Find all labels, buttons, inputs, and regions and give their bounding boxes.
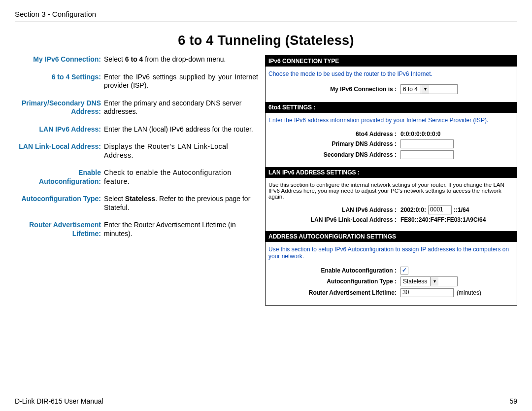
dropdown-value: 6 to 4 <box>403 86 418 93</box>
def-label-7: Autoconfiguration Type: <box>15 195 104 212</box>
label-6to4-address: 6to4 Address : <box>268 131 400 137</box>
input-primary-dns[interactable] <box>400 139 454 148</box>
input-secondary-dns[interactable] <box>400 150 454 159</box>
def-desc-3: Enter the primary and secondary DNS serv… <box>104 99 258 116</box>
input-lan-ipv6-subnet[interactable]: 0001 <box>428 206 452 214</box>
def-desc-4: Enter the LAN (local) IPv6 address for t… <box>104 125 258 134</box>
label-secondary-dns: Secondary DNS Address : <box>268 151 400 158</box>
page-title: 6 to 4 Tunneling (Stateless) <box>15 33 517 48</box>
bar-ipv6-conn-type: IPv6 CONNECTION TYPE <box>266 56 517 67</box>
label-lan-ipv6-address: LAN IPv6 Address : <box>268 206 400 213</box>
dropdown-ipv6-connection[interactable]: 6 to 4 ▾ <box>400 84 458 94</box>
footer-manual: D-Link DIR-615 User Manual <box>15 397 103 405</box>
def-desc-5: Displays the Router's LAN Link-Local Add… <box>104 142 258 160</box>
def-desc-7: Select Stateless. Refer to the previous … <box>104 195 258 212</box>
label-enable-autoconf: Enable Autoconfiguration : <box>268 267 400 274</box>
def-label-3: Primary/Secondary DNS Address: <box>15 99 104 116</box>
label-router-adv-lifetime: Router Advertisement Lifetime: <box>268 289 400 296</box>
def-label-5: LAN Link-Local Address: <box>15 142 104 160</box>
note-lan-ipv6: Use this section to configure the intern… <box>266 178 517 203</box>
def-label-4: LAN IPv6 Address: <box>15 125 104 134</box>
def-label-8: Router Advertisement Lifetime: <box>15 221 104 238</box>
msg-ipv6-conn-type: Choose the mode to be used by the router… <box>266 67 517 81</box>
lan-ipv6-prefix: 2002:0:0: <box>400 206 426 213</box>
def-desc-8: Enter the Router Advertisement Lifetime … <box>104 221 258 238</box>
dropdown-autoconf-type[interactable]: Stateless ▾ <box>400 276 458 286</box>
label-primary-dns: Primary DNS Address : <box>268 140 400 147</box>
footer-page: 59 <box>509 397 517 405</box>
chevron-down-icon: ▾ <box>430 277 438 286</box>
msg-autoconf: Use this section to setup IPv6 Autoconfi… <box>266 242 517 264</box>
msg-6to4-settings: Enter the IPv6 address information provi… <box>266 113 517 128</box>
label-autoconf-type: Autoconfiguration Type : <box>268 278 400 285</box>
value-6to4-address: 0:0:0:0:0:0:0:0 <box>400 131 440 137</box>
bar-6to4-settings: 6to4 SETTINGS : <box>266 102 517 113</box>
value-lan-link-local: FE80::240:F4FF:FE03:1A9C/64 <box>400 216 486 223</box>
checkbox-enable-autoconf[interactable]: ✓ <box>400 267 408 274</box>
lan-ipv6-suffix: ::1/64 <box>454 206 469 213</box>
header-rule <box>15 22 517 22</box>
label-lan-link-local: LAN IPv6 Link-Local Address : <box>268 216 400 223</box>
input-router-adv-lifetime[interactable]: 30 <box>400 288 454 297</box>
section-header: Section 3 - Configuration <box>15 10 517 18</box>
bar-autoconf: ADDRESS AUTOCONFIGURATION SETTINGS <box>266 231 517 242</box>
def-desc-2: Enter the IPv6 settings supplied by your… <box>104 73 258 90</box>
dropdown-value-autoconf: Stateless <box>403 278 427 285</box>
def-label-6: Enable Autoconfiguration: <box>15 169 104 186</box>
footer-rule <box>15 394 517 394</box>
bar-lan-ipv6: LAN IPv6 ADDRESS SETTINGS : <box>266 167 517 178</box>
def-label-1: My IPv6 Connection: <box>15 55 104 64</box>
def-desc-1: Select 6 to 4 from the drop-down menu. <box>104 55 258 64</box>
def-desc-6: Check to enable the Autoconfiguration fe… <box>104 169 258 186</box>
label-my-ipv6-conn: My IPv6 Connection is : <box>268 86 400 93</box>
chevron-down-icon: ▾ <box>421 85 429 94</box>
def-label-2: 6 to 4 Settings: <box>15 73 104 90</box>
label-minutes: (minutes) <box>457 289 481 296</box>
